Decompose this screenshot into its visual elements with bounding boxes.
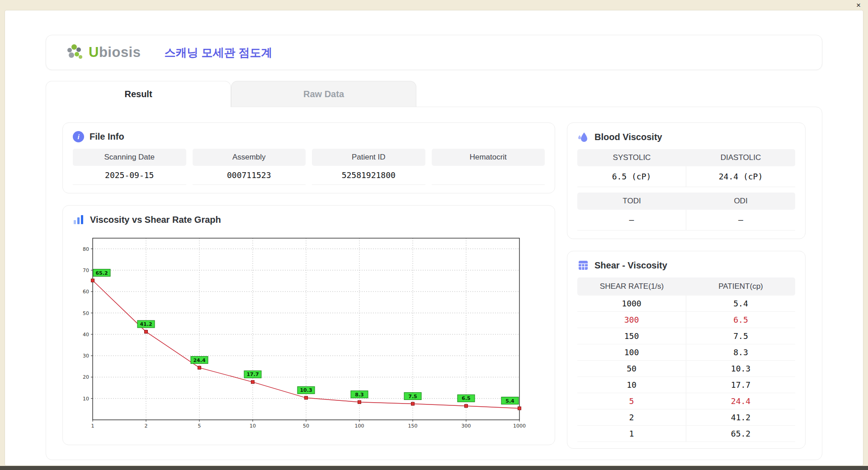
svg-text:20: 20 xyxy=(83,374,89,380)
bv-label: TODI xyxy=(577,193,686,210)
file-info-title: File Info xyxy=(90,132,124,142)
chart-point xyxy=(411,402,415,405)
file-info-field: Assembly000711523 xyxy=(193,149,306,185)
svg-text:40: 40 xyxy=(83,332,89,338)
chart-point xyxy=(91,279,94,282)
svg-text:300: 300 xyxy=(462,423,471,429)
file-info-fields: Scanning Date2025-09-15Assembly000711523… xyxy=(73,149,545,185)
file-info-field: Patient ID52581921800 xyxy=(312,149,425,185)
graph-title: Viscosity vs Shear Rate Graph xyxy=(90,215,221,225)
chart-point xyxy=(251,381,255,384)
chart-point-label: 8.3 xyxy=(351,391,368,398)
table-row: 524.4 xyxy=(577,393,795,409)
right-column: Blood Viscosity SYSTOLICDIASTOLIC6.5 (cP… xyxy=(567,122,806,444)
svg-text:50: 50 xyxy=(83,310,89,316)
svg-text:10: 10 xyxy=(250,423,256,429)
info-icon: i xyxy=(73,131,84,142)
close-icon[interactable]: × xyxy=(856,1,861,9)
chart-point xyxy=(305,396,308,400)
svg-text:30: 30 xyxy=(83,353,89,359)
svg-text:60: 60 xyxy=(83,289,89,295)
chart-point-label: 17.7 xyxy=(244,371,261,378)
svg-text:41.2: 41.2 xyxy=(140,321,152,327)
patient-col-header: PATIENT(cp) xyxy=(686,277,795,296)
table-row: 165.2 xyxy=(577,426,795,442)
bv-label: DIASTOLIC xyxy=(686,149,795,166)
bar-chart-icon xyxy=(73,214,85,226)
chart-point xyxy=(518,407,521,410)
bv-value: – xyxy=(686,210,795,230)
blood-viscosity-grid: SYSTOLICDIASTOLIC6.5 (cP)24.4 (cP)TODIOD… xyxy=(577,149,795,230)
shear-table-rows: 10005.43006.51507.51008.35010.31017.7524… xyxy=(577,296,795,442)
blood-viscosity-panel: Blood Viscosity SYSTOLICDIASTOLIC6.5 (cP… xyxy=(567,122,806,239)
shear-table-header: SHEAR RATE(1/s) PATIENT(cp) xyxy=(577,277,795,296)
svg-text:1: 1 xyxy=(91,423,94,429)
field-value: 52581921800 xyxy=(312,166,425,185)
table-row: 3006.5 xyxy=(577,312,795,328)
viscosity-chart-svg: 10203040506070801251050100150300100065.2… xyxy=(73,232,528,435)
blood-drop-icon xyxy=(577,131,589,143)
bv-label: SYSTOLIC xyxy=(577,149,686,166)
chart-point-label: 41.2 xyxy=(137,320,155,328)
chart-point-label: 65.2 xyxy=(93,269,110,277)
svg-text:2: 2 xyxy=(145,423,148,429)
field-label: Patient ID xyxy=(312,149,425,166)
svg-text:17.7: 17.7 xyxy=(246,371,259,377)
svg-text:8.3: 8.3 xyxy=(355,392,364,398)
file-info-field: Scanning Date2025-09-15 xyxy=(73,149,186,185)
svg-text:24.4: 24.4 xyxy=(193,357,205,363)
titlebar: × xyxy=(0,0,868,10)
table-row: 5010.3 xyxy=(577,361,795,377)
svg-text:80: 80 xyxy=(83,246,89,252)
ubiosis-logo: Ubiosis xyxy=(65,43,141,61)
ubiosis-logo-mark xyxy=(65,43,85,61)
chart-point xyxy=(358,400,361,404)
chart-point xyxy=(465,404,468,408)
svg-text:10: 10 xyxy=(83,396,89,402)
field-label: Hematocrit xyxy=(432,149,545,166)
table-row: 241.2 xyxy=(577,409,795,426)
chart-point-label: 7.5 xyxy=(404,393,421,400)
graph-header: Viscosity vs Shear Rate Graph xyxy=(73,214,545,226)
logo-rest: biosis xyxy=(99,44,141,60)
file-info-panel: i File Info Scanning Date2025-09-15Assem… xyxy=(62,122,555,193)
chart-point xyxy=(198,366,201,369)
field-value xyxy=(432,166,545,185)
shear-viscosity-title: Shear - Viscosity xyxy=(594,260,667,271)
table-row: 1008.3 xyxy=(577,344,795,361)
svg-text:1000: 1000 xyxy=(513,423,526,429)
blood-viscosity-title: Blood Viscosity xyxy=(594,132,662,142)
blood-viscosity-header: Blood Viscosity xyxy=(577,131,795,143)
table-grid-icon xyxy=(577,259,589,271)
chart-point xyxy=(145,330,148,334)
shear-col-header: SHEAR RATE(1/s) xyxy=(577,277,686,296)
svg-text:7.5: 7.5 xyxy=(408,394,417,400)
svg-text:65.2: 65.2 xyxy=(95,270,108,276)
chart-point-label: 6.5 xyxy=(458,395,475,402)
svg-text:50: 50 xyxy=(303,423,309,429)
app-window: Ubiosis 스캐닝 모세관 점도계 Result Raw Data i Fi… xyxy=(5,10,863,466)
field-label: Assembly xyxy=(193,149,306,166)
svg-text:10.3: 10.3 xyxy=(300,387,312,393)
desktop-edge xyxy=(0,466,868,470)
tab-result[interactable]: Result xyxy=(46,81,231,107)
chart-point-label: 24.4 xyxy=(191,357,208,364)
left-column: i File Info Scanning Date2025-09-15Assem… xyxy=(62,122,555,444)
bv-value: – xyxy=(577,210,686,230)
svg-text:100: 100 xyxy=(355,423,364,429)
file-info-header: i File Info xyxy=(73,131,545,142)
chart-point-label: 5.4 xyxy=(501,397,519,404)
shear-viscosity-panel: Shear - Viscosity SHEAR RATE(1/s) PATIEN… xyxy=(567,251,806,449)
svg-text:5.4: 5.4 xyxy=(505,398,514,404)
svg-text:6.5: 6.5 xyxy=(462,395,471,401)
viscosity-chart: 10203040506070801251050100150300100065.2… xyxy=(73,232,545,437)
field-value: 000711523 xyxy=(193,166,306,185)
svg-text:5: 5 xyxy=(198,423,201,429)
tab-raw-data[interactable]: Raw Data xyxy=(231,81,416,107)
shear-viscosity-header: Shear - Viscosity xyxy=(577,259,795,271)
file-info-field: Hematocrit xyxy=(432,149,545,185)
svg-text:70: 70 xyxy=(83,268,89,273)
logo-text: Ubiosis xyxy=(89,44,141,61)
logo-u: U xyxy=(89,44,99,60)
bv-value: 24.4 (cP) xyxy=(686,166,795,187)
